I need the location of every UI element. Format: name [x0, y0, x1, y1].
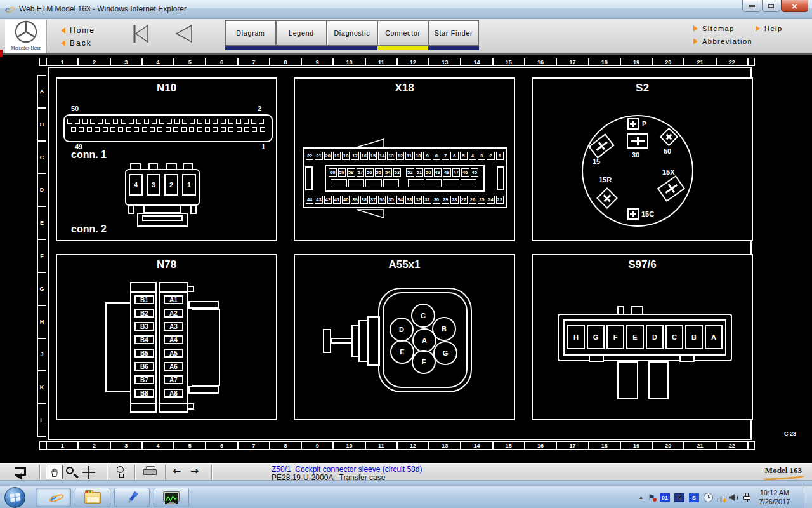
panel-a55x1[interactable]: A55x1 C B D A G E F: [294, 254, 515, 420]
home-link[interactable]: Home: [61, 24, 95, 37]
ruler-cell: 13: [429, 58, 461, 66]
power-plug-icon[interactable]: [743, 493, 751, 502]
x18-pin: 7: [442, 152, 449, 160]
x18-pin: 34: [396, 196, 404, 204]
panel-title: X18: [295, 82, 514, 95]
crosshair-tool-button[interactable]: [82, 466, 95, 479]
pan-tool-button[interactable]: [46, 465, 63, 479]
x18-blank-cell: [331, 179, 347, 187]
ruler-cell: 14: [461, 441, 492, 450]
show-hidden-icons-button[interactable]: ▲: [638, 495, 643, 500]
pin-square: [142, 127, 147, 132]
tray-clock-text[interactable]: 10:12 AM 7/26/2017: [754, 488, 796, 506]
tab-diagnostic[interactable]: Diagnostic: [327, 20, 377, 50]
x18-arrow-top-icon: [356, 138, 385, 148]
tab-legend[interactable]: Legend: [276, 20, 327, 50]
pin-square: [75, 119, 80, 124]
pin-label: 1: [261, 143, 265, 150]
show-desktop-button[interactable]: [804, 486, 812, 508]
panel-x18[interactable]: X18 22212019181716151413121110987654321 …: [294, 77, 515, 241]
help-link[interactable]: Help: [756, 25, 783, 32]
print-button[interactable]: [143, 467, 157, 476]
maximize-button[interactable]: [762, 0, 780, 12]
conn2-label: conn. 2: [71, 224, 107, 235]
highlight-tool-button[interactable]: [117, 466, 124, 473]
terminal-label: 30: [632, 151, 639, 159]
sitemap-link[interactable]: Sitemap: [693, 25, 735, 32]
orange-arrow-icon: [693, 25, 698, 32]
ruler-top: 12345678910111213141516171819202122: [39, 58, 755, 66]
tab-accent: [276, 46, 327, 50]
ie-icon: e: [5, 4, 16, 15]
tray-x-icon[interactable]: ✕: [674, 493, 684, 502]
return-button[interactable]: [15, 467, 26, 476]
taskbar-explorer-button[interactable]: [75, 488, 110, 507]
tab-connector[interactable]: Connector: [377, 20, 428, 50]
tray-clock-icon[interactable]: [704, 493, 713, 502]
panel-s97-6[interactable]: S97/6 HGFEDCBA: [532, 254, 753, 420]
s97-pin: B: [685, 325, 703, 349]
s97-notch: [679, 356, 695, 362]
x18-pin: 32: [414, 196, 422, 204]
tab-diagram[interactable]: Diagram: [225, 20, 276, 50]
abbreviation-link[interactable]: Abbreviation: [693, 37, 752, 45]
ruler-cell: 9: [301, 441, 333, 450]
pin-square: [213, 119, 218, 124]
screen: e Web ETM Model 163 - Windows Internet E…: [0, 0, 812, 508]
network-signal-icon[interactable]: [717, 494, 724, 502]
n78-pin: B3: [134, 322, 154, 331]
minimize-button[interactable]: [742, 0, 761, 12]
ruler-cell: 9: [301, 58, 333, 66]
go-back-button[interactable]: [173, 23, 195, 47]
pin-square: [157, 127, 162, 132]
ruler-cell: 11: [365, 58, 397, 66]
tray-s-icon[interactable]: S: [689, 493, 699, 502]
close-button[interactable]: ×: [781, 0, 808, 12]
s97-pin: G: [587, 325, 605, 349]
component-link[interactable]: Z50/1 Cockpit connector sleeve (circuit …: [272, 465, 422, 474]
start-button[interactable]: [4, 487, 25, 508]
a55-pin-f: F: [412, 350, 436, 374]
x18-pin: 56: [365, 168, 374, 177]
pin-square: [251, 119, 256, 124]
x18-pin-row-mid-right: 5251504948474645: [406, 168, 478, 177]
back-link[interactable]: Back: [61, 37, 95, 50]
tab-star-finder[interactable]: Star Finder: [428, 20, 479, 50]
pin-square: [159, 119, 164, 124]
hand-icon: [49, 467, 60, 478]
orange-arrow-icon: [61, 27, 65, 34]
taskbar-diagnostic-app-button[interactable]: [114, 488, 150, 507]
panel-s2[interactable]: S2 P 30 50 15 15R 15X 15C: [532, 77, 753, 241]
panel-n10[interactable]: N10 50 2 49 1 conn. 1 4321 conn. 2: [56, 77, 277, 241]
taskbar-ie-button[interactable]: e: [36, 488, 71, 507]
zoom-tool-button[interactable]: [66, 467, 74, 474]
panel-n78[interactable]: N78 B1B2B3B4B5B6B7B8 A1A2A3A4A5A6A7A8: [56, 254, 277, 420]
ruler-cell: 17: [556, 441, 588, 450]
x18-blank-cell: [461, 179, 477, 187]
ruler-cell: 11: [365, 441, 397, 450]
taskbar-monitor-app-button[interactable]: [154, 488, 189, 507]
panel-title: N78: [57, 258, 276, 271]
action-center-icon[interactable]: ⚑: [648, 493, 655, 502]
go-first-button[interactable]: [128, 23, 154, 47]
pin-square: [71, 127, 76, 132]
x18-pin: 45: [471, 168, 479, 177]
s97-pin: C: [665, 325, 683, 349]
x18-side-bracket: [305, 166, 313, 190]
tray-badge-01[interactable]: 01: [660, 493, 670, 502]
ruler-row-cell: G: [37, 272, 46, 305]
next-page-button[interactable]: →: [190, 465, 199, 478]
a55-pin-g: G: [433, 341, 457, 365]
ruler-cell: 19: [620, 441, 652, 450]
a55-stem: [323, 329, 331, 353]
x18-blank-row-left: [331, 179, 399, 187]
window-controls: ×: [742, 0, 808, 12]
ruler-cell: 14: [461, 58, 492, 66]
pin-square: [221, 127, 226, 132]
system-tray: ▲ ⚑ 01 ✕ S: [638, 486, 751, 508]
tab-accent: [327, 46, 377, 50]
volume-icon[interactable]: [729, 493, 738, 502]
x18-pin: 33: [405, 196, 413, 204]
prev-page-button[interactable]: ←: [173, 465, 181, 478]
separator: [39, 465, 40, 479]
